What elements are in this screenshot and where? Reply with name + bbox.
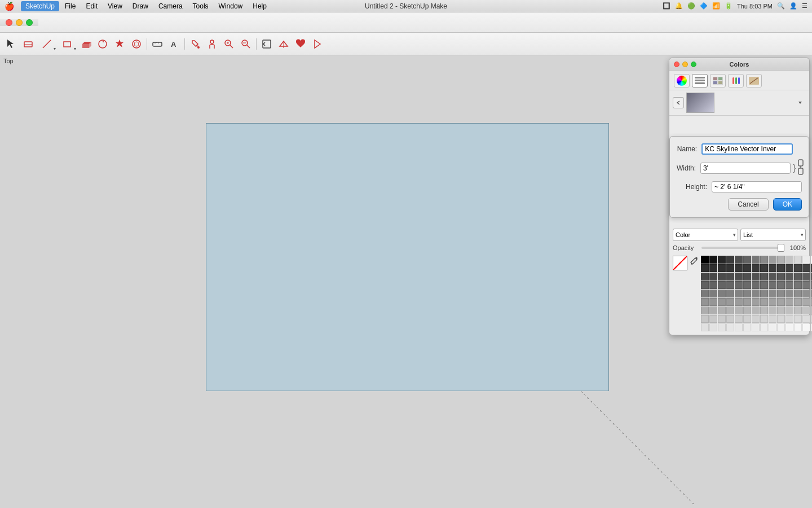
color-cell[interactable]: [709, 315, 717, 323]
color-cell[interactable]: [709, 298, 717, 306]
color-cell[interactable]: [701, 256, 709, 264]
color-cell[interactable]: [777, 256, 785, 264]
components-tool[interactable]: [310, 36, 325, 52]
color-cell[interactable]: [769, 298, 776, 306]
menu-window[interactable]: Window: [214, 1, 248, 11]
color-cell[interactable]: [769, 273, 776, 281]
color-cell[interactable]: [735, 306, 743, 314]
color-cell[interactable]: [709, 290, 717, 297]
menu-sketchup[interactable]: SketchUp: [21, 1, 59, 11]
color-cell[interactable]: [785, 273, 793, 281]
color-cell[interactable]: [785, 298, 793, 306]
follow-me-tool[interactable]: [112, 36, 127, 52]
color-cell[interactable]: [743, 315, 751, 323]
color-cell[interactable]: [760, 281, 768, 289]
menu-camera[interactable]: Camera: [154, 1, 187, 11]
color-cell[interactable]: [726, 264, 734, 272]
panel-close-button[interactable]: [674, 62, 679, 67]
color-cell[interactable]: [718, 256, 726, 264]
color-cell[interactable]: [718, 290, 726, 297]
menu-file[interactable]: File: [60, 1, 80, 11]
color-wheel-tab[interactable]: [674, 74, 690, 87]
color-cell[interactable]: [760, 290, 768, 297]
rotate-tool[interactable]: [95, 36, 111, 52]
previous-view-tool[interactable]: [259, 36, 275, 52]
color-cell[interactable]: [760, 256, 768, 264]
color-cell[interactable]: [709, 264, 717, 272]
color-cell[interactable]: [794, 264, 802, 272]
crayons-tab[interactable]: [728, 74, 744, 87]
color-cell[interactable]: [701, 315, 709, 323]
zoom-tool[interactable]: [221, 36, 237, 52]
color-cell[interactable]: [760, 298, 768, 306]
color-cell[interactable]: [777, 306, 785, 314]
color-sliders-tab[interactable]: [692, 74, 708, 87]
push-pull-tool[interactable]: [78, 36, 94, 52]
eraser-tool[interactable]: [20, 36, 36, 52]
color-cell[interactable]: [726, 315, 734, 323]
color-cell[interactable]: [735, 323, 743, 331]
color-cell[interactable]: [802, 290, 810, 297]
color-cell[interactable]: [701, 281, 709, 289]
paint-tool[interactable]: [187, 36, 203, 52]
color-cell[interactable]: [802, 298, 810, 306]
color-cell[interactable]: [718, 281, 726, 289]
color-cell[interactable]: [769, 256, 776, 264]
color-cell[interactable]: [709, 281, 717, 289]
color-cell[interactable]: [752, 290, 760, 297]
search-icon[interactable]: 🔍: [777, 2, 785, 10]
color-cell[interactable]: [760, 315, 768, 323]
color-cell[interactable]: [769, 323, 776, 331]
color-cell[interactable]: [777, 323, 785, 331]
color-cell[interactable]: [701, 306, 709, 314]
list-dropdown[interactable]: List: [740, 229, 806, 241]
color-cell[interactable]: [735, 256, 743, 264]
offset-tool[interactable]: [129, 36, 144, 52]
color-cell[interactable]: [735, 281, 743, 289]
color-cell[interactable]: [735, 315, 743, 323]
tape-tool[interactable]: [149, 36, 165, 52]
color-cell[interactable]: [718, 315, 726, 323]
color-cell[interactable]: [769, 306, 776, 314]
color-cell[interactable]: [701, 323, 709, 331]
color-cell[interactable]: [794, 323, 802, 331]
minimize-button[interactable]: [16, 19, 23, 26]
image-palette-tab[interactable]: [710, 74, 726, 87]
color-cell[interactable]: [794, 306, 802, 314]
user-icon[interactable]: 👤: [789, 2, 797, 10]
height-input[interactable]: [712, 181, 802, 192]
menu-view[interactable]: View: [103, 1, 127, 11]
zoom-extents-tool[interactable]: [238, 36, 254, 52]
pencils-tab[interactable]: [746, 74, 762, 87]
color-cell[interactable]: [760, 273, 768, 281]
color-cell[interactable]: [735, 290, 743, 297]
color-cell[interactable]: [785, 264, 793, 272]
color-cell[interactable]: [743, 281, 751, 289]
color-cell[interactable]: [743, 256, 751, 264]
apple-logo[interactable]: 🍎: [5, 2, 14, 11]
color-cell[interactable]: [752, 264, 760, 272]
width-input[interactable]: [700, 163, 791, 174]
color-cell[interactable]: [701, 298, 709, 306]
color-cell[interactable]: [718, 298, 726, 306]
color-cell[interactable]: [718, 323, 726, 331]
color-cell[interactable]: [769, 290, 776, 297]
opacity-thumb[interactable]: [778, 244, 784, 252]
color-cell[interactable]: [718, 264, 726, 272]
color-cell[interactable]: [726, 306, 734, 314]
menu-tools[interactable]: Tools: [188, 1, 213, 11]
color-cell[interactable]: [794, 298, 802, 306]
color-cell[interactable]: [752, 323, 760, 331]
color-cell[interactable]: [726, 298, 734, 306]
color-cell[interactable]: [777, 315, 785, 323]
color-cell[interactable]: [794, 281, 802, 289]
color-cell[interactable]: [760, 264, 768, 272]
fullscreen-button[interactable]: [26, 19, 33, 26]
menu-draw[interactable]: Draw: [128, 1, 153, 11]
cancel-button[interactable]: Cancel: [728, 198, 768, 211]
color-cell[interactable]: [752, 315, 760, 323]
color-cell[interactable]: [794, 290, 802, 297]
color-cell[interactable]: [777, 290, 785, 297]
menu-extra-icon[interactable]: ☰: [802, 2, 807, 10]
chain-link-icon[interactable]: [797, 159, 805, 177]
